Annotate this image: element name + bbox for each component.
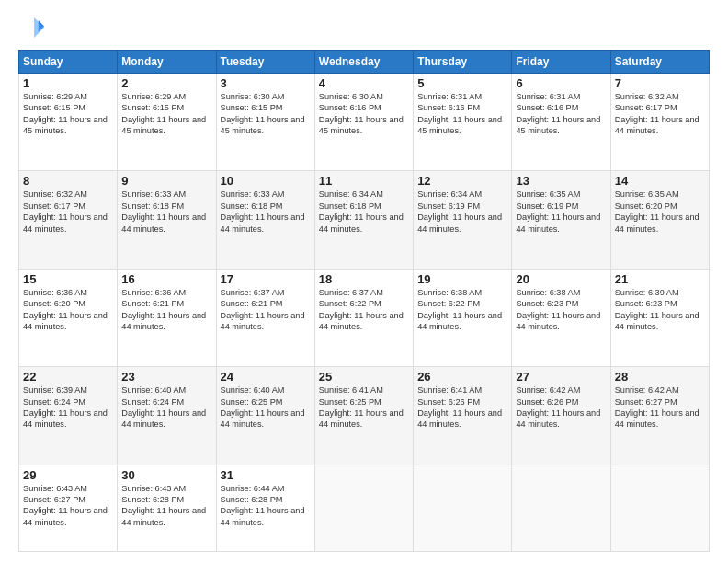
calendar-week-row: 15 Sunrise: 6:36 AMSunset: 6:20 PMDaylig…	[19, 269, 710, 366]
day-number: 6	[516, 76, 606, 90]
day-number: 1	[23, 76, 113, 90]
day-info: Sunrise: 6:41 AMSunset: 6:26 PMDaylight:…	[417, 385, 502, 429]
calendar-cell: 28 Sunrise: 6:42 AMSunset: 6:27 PMDaylig…	[610, 367, 709, 465]
day-info: Sunrise: 6:40 AMSunset: 6:25 PMDaylight:…	[221, 385, 305, 429]
weekday-header: Friday	[512, 51, 610, 74]
day-number: 15	[23, 272, 113, 286]
calendar-cell: 20 Sunrise: 6:38 AMSunset: 6:23 PMDaylig…	[512, 269, 610, 366]
calendar-cell: 17 Sunrise: 6:37 AMSunset: 6:21 PMDaylig…	[216, 269, 314, 366]
day-number: 13	[516, 174, 606, 188]
weekday-header: Wednesday	[314, 51, 413, 74]
calendar-cell: 16 Sunrise: 6:36 AMSunset: 6:21 PMDaylig…	[118, 269, 216, 366]
calendar-cell: 2 Sunrise: 6:29 AMSunset: 6:15 PMDayligh…	[118, 74, 216, 171]
day-number: 19	[417, 272, 507, 286]
day-number: 27	[516, 370, 606, 384]
calendar-week-row: 8 Sunrise: 6:32 AMSunset: 6:17 PMDayligh…	[19, 171, 710, 269]
day-info: Sunrise: 6:38 AMSunset: 6:23 PMDaylight:…	[516, 288, 600, 331]
day-number: 24	[221, 370, 311, 384]
day-number: 21	[615, 272, 705, 286]
calendar-cell: 8 Sunrise: 6:32 AMSunset: 6:17 PMDayligh…	[19, 171, 118, 269]
day-info: Sunrise: 6:38 AMSunset: 6:22 PMDaylight:…	[417, 288, 502, 331]
calendar-cell	[314, 465, 413, 551]
day-number: 10	[221, 174, 311, 188]
day-number: 5	[417, 76, 507, 90]
day-number: 2	[121, 76, 211, 90]
calendar-cell: 31 Sunrise: 6:44 AMSunset: 6:28 PMDaylig…	[216, 465, 314, 551]
day-info: Sunrise: 6:43 AMSunset: 6:27 PMDaylight:…	[23, 484, 108, 527]
calendar-cell: 23 Sunrise: 6:40 AMSunset: 6:24 PMDaylig…	[118, 367, 216, 465]
day-number: 31	[221, 468, 311, 482]
calendar-cell: 26 Sunrise: 6:41 AMSunset: 6:26 PMDaylig…	[414, 367, 512, 465]
weekday-header: Saturday	[610, 51, 709, 74]
day-number: 20	[516, 272, 606, 286]
page: SundayMondayTuesdayWednesdayThursdayFrid…	[0, 0, 728, 563]
calendar-cell: 7 Sunrise: 6:32 AMSunset: 6:17 PMDayligh…	[610, 74, 709, 171]
day-number: 7	[615, 76, 705, 90]
calendar-cell: 5 Sunrise: 6:31 AMSunset: 6:16 PMDayligh…	[414, 74, 512, 171]
day-number: 29	[23, 468, 113, 482]
day-number: 23	[121, 370, 211, 384]
weekday-header: Monday	[118, 51, 216, 74]
calendar-cell: 1 Sunrise: 6:29 AMSunset: 6:15 PMDayligh…	[19, 74, 118, 171]
day-info: Sunrise: 6:31 AMSunset: 6:16 PMDaylight:…	[417, 92, 502, 135]
calendar-cell: 4 Sunrise: 6:30 AMSunset: 6:16 PMDayligh…	[314, 74, 413, 171]
day-number: 28	[615, 370, 705, 384]
calendar-cell: 9 Sunrise: 6:33 AMSunset: 6:18 PMDayligh…	[118, 171, 216, 269]
calendar-cell: 15 Sunrise: 6:36 AMSunset: 6:20 PMDaylig…	[19, 269, 118, 366]
day-info: Sunrise: 6:35 AMSunset: 6:20 PMDaylight:…	[615, 190, 700, 233]
day-info: Sunrise: 6:35 AMSunset: 6:19 PMDaylight:…	[516, 190, 600, 233]
day-number: 22	[23, 370, 113, 384]
calendar-cell: 10 Sunrise: 6:33 AMSunset: 6:18 PMDaylig…	[216, 171, 314, 269]
calendar-week-row: 22 Sunrise: 6:39 AMSunset: 6:24 PMDaylig…	[19, 367, 710, 465]
weekday-header: Sunday	[19, 51, 118, 74]
day-info: Sunrise: 6:41 AMSunset: 6:25 PMDaylight:…	[319, 385, 404, 429]
day-number: 18	[319, 272, 409, 286]
day-info: Sunrise: 6:42 AMSunset: 6:26 PMDaylight:…	[516, 385, 600, 429]
calendar-cell: 18 Sunrise: 6:37 AMSunset: 6:22 PMDaylig…	[314, 269, 413, 366]
day-info: Sunrise: 6:39 AMSunset: 6:24 PMDaylight:…	[23, 385, 108, 429]
day-info: Sunrise: 6:36 AMSunset: 6:21 PMDaylight:…	[121, 288, 206, 331]
day-info: Sunrise: 6:42 AMSunset: 6:27 PMDaylight:…	[615, 385, 700, 429]
day-number: 8	[23, 174, 113, 188]
calendar-cell: 30 Sunrise: 6:43 AMSunset: 6:28 PMDaylig…	[118, 465, 216, 551]
day-info: Sunrise: 6:29 AMSunset: 6:15 PMDaylight:…	[23, 92, 108, 135]
day-info: Sunrise: 6:32 AMSunset: 6:17 PMDaylight:…	[615, 92, 700, 135]
day-info: Sunrise: 6:30 AMSunset: 6:16 PMDaylight:…	[319, 92, 404, 135]
day-info: Sunrise: 6:30 AMSunset: 6:15 PMDaylight:…	[221, 92, 305, 135]
day-number: 11	[319, 174, 409, 188]
day-info: Sunrise: 6:34 AMSunset: 6:19 PMDaylight:…	[417, 190, 502, 233]
calendar-cell: 12 Sunrise: 6:34 AMSunset: 6:19 PMDaylig…	[414, 171, 512, 269]
calendar-cell: 25 Sunrise: 6:41 AMSunset: 6:25 PMDaylig…	[314, 367, 413, 465]
calendar-cell: 14 Sunrise: 6:35 AMSunset: 6:20 PMDaylig…	[610, 171, 709, 269]
calendar-cell: 21 Sunrise: 6:39 AMSunset: 6:23 PMDaylig…	[610, 269, 709, 366]
day-number: 3	[221, 76, 311, 90]
day-info: Sunrise: 6:31 AMSunset: 6:16 PMDaylight:…	[516, 92, 600, 135]
day-number: 30	[121, 468, 211, 482]
calendar-cell: 19 Sunrise: 6:38 AMSunset: 6:22 PMDaylig…	[414, 269, 512, 366]
calendar-cell: 29 Sunrise: 6:43 AMSunset: 6:27 PMDaylig…	[19, 465, 118, 551]
calendar-cell: 22 Sunrise: 6:39 AMSunset: 6:24 PMDaylig…	[19, 367, 118, 465]
day-info: Sunrise: 6:37 AMSunset: 6:22 PMDaylight:…	[319, 288, 404, 331]
header	[18, 15, 710, 40]
day-info: Sunrise: 6:33 AMSunset: 6:18 PMDaylight:…	[221, 190, 305, 233]
day-number: 17	[221, 272, 311, 286]
logo	[18, 15, 48, 40]
calendar-cell: 6 Sunrise: 6:31 AMSunset: 6:16 PMDayligh…	[512, 74, 610, 171]
calendar-week-row: 1 Sunrise: 6:29 AMSunset: 6:15 PMDayligh…	[19, 74, 710, 171]
calendar-header-row: SundayMondayTuesdayWednesdayThursdayFrid…	[19, 51, 710, 74]
day-info: Sunrise: 6:37 AMSunset: 6:21 PMDaylight:…	[221, 288, 305, 331]
calendar-table: SundayMondayTuesdayWednesdayThursdayFrid…	[18, 50, 710, 552]
day-info: Sunrise: 6:44 AMSunset: 6:28 PMDaylight:…	[221, 484, 305, 527]
logo-icon	[18, 15, 44, 40]
calendar-cell	[414, 465, 512, 551]
calendar-cell	[610, 465, 709, 551]
day-number: 16	[121, 272, 211, 286]
calendar-cell: 27 Sunrise: 6:42 AMSunset: 6:26 PMDaylig…	[512, 367, 610, 465]
calendar-cell: 13 Sunrise: 6:35 AMSunset: 6:19 PMDaylig…	[512, 171, 610, 269]
day-info: Sunrise: 6:29 AMSunset: 6:15 PMDaylight:…	[121, 92, 206, 135]
day-info: Sunrise: 6:32 AMSunset: 6:17 PMDaylight:…	[23, 190, 108, 233]
calendar-cell: 24 Sunrise: 6:40 AMSunset: 6:25 PMDaylig…	[216, 367, 314, 465]
day-number: 4	[319, 76, 409, 90]
day-number: 26	[417, 370, 507, 384]
calendar-cell: 11 Sunrise: 6:34 AMSunset: 6:18 PMDaylig…	[314, 171, 413, 269]
